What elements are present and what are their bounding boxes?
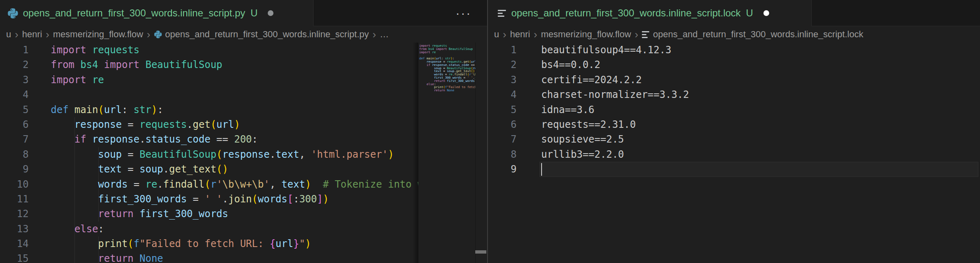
line-number: 4 [0, 87, 29, 102]
breadcrumb-separator-icon: › [503, 29, 506, 40]
breadcrumb-separator-icon: › [373, 29, 376, 40]
minimap[interactable]: import requestsfrom bs4 import Beautiful… [418, 43, 475, 263]
horizontal-scrollbar-thumb[interactable] [475, 250, 486, 254]
breadcrumb-item[interactable]: opens_and_return_first_300_words.inline_… [642, 29, 863, 40]
code-editor-lock[interactable]: 123456789 beautifulsoup4==4.12.3bs4==0.0… [488, 43, 980, 263]
line-number: 2 [0, 57, 29, 72]
line-number: 12 [0, 206, 29, 221]
more-actions-icon[interactable]: ··· [456, 7, 472, 19]
code-line[interactable]: requests==2.31.0 [541, 117, 980, 132]
minimap-shadow [413, 43, 418, 263]
line-number-gutter: 123456789 [488, 43, 525, 263]
breadcrumb-item[interactable]: u [494, 29, 499, 40]
git-status-badge: U [251, 7, 257, 19]
editor-groups: opens_and_return_first_300_words.inline_… [0, 0, 980, 263]
text-lines-icon [642, 30, 650, 39]
line-number: 5 [0, 102, 29, 117]
lock-file-icon [498, 9, 507, 18]
code-line[interactable]: beautifulsoup4==4.12.3 [541, 43, 980, 57]
line-number: 7 [0, 132, 29, 147]
breadcrumb-separator-icon: › [147, 29, 151, 40]
editor-group-right: opens_and_return_first_300_words.inline_… [488, 0, 980, 263]
line-number: 9 [0, 162, 29, 177]
code-line[interactable]: urllib3==2.2.0 [541, 147, 980, 162]
breadcrumb: u›henri›mesmerizing_flow.flow›opens_and_… [488, 26, 980, 43]
line-number: 8 [488, 147, 517, 162]
line-number: 15 [0, 251, 29, 263]
tab-bar-right: opens_and_return_first_300_words.inline_… [488, 0, 980, 26]
code-line[interactable]: idna==3.6 [541, 102, 980, 117]
git-status-badge: U [746, 7, 753, 19]
line-number: 11 [0, 192, 29, 206]
tab-bar-empty-space [812, 0, 980, 26]
text-cursor [541, 163, 542, 176]
breadcrumb-separator-icon: › [15, 29, 18, 40]
breadcrumb-item[interactable]: … [380, 29, 389, 40]
python-icon [7, 8, 18, 19]
text-lines-icon [498, 9, 507, 18]
breadcrumb-item-label: u [494, 29, 499, 40]
breadcrumb-item-label: opens_and_return_first_300_words.inline_… [653, 29, 863, 40]
breadcrumb-item-label: opens_and_return_first_300_words.inline_… [165, 29, 369, 40]
scrollbar-track[interactable] [475, 43, 487, 263]
breadcrumb-item-label: mesmerizing_flow.flow [541, 29, 631, 40]
line-number: 7 [488, 132, 517, 147]
breadcrumb-item-label: u [6, 29, 11, 40]
line-number: 3 [0, 73, 29, 87]
code-area: beautifulsoup4==4.12.3bs4==0.0.2certifi=… [525, 43, 980, 263]
breadcrumb-item[interactable]: mesmerizing_flow.flow [53, 29, 143, 40]
code-editor-python[interactable]: 123456789101112131415 import requestsfro… [0, 43, 487, 263]
code-line[interactable]: bs4==0.0.2 [541, 57, 980, 72]
line-number: 9 [488, 162, 517, 177]
breadcrumb-item[interactable]: mesmerizing_flow.flow [541, 29, 631, 40]
breadcrumb-separator-icon: › [635, 29, 639, 40]
line-number: 13 [0, 222, 29, 236]
python-icon [154, 30, 162, 39]
breadcrumb-separator-icon: › [534, 29, 537, 40]
unsaved-changes-dot[interactable] [268, 10, 273, 16]
line-number: 1 [488, 43, 517, 57]
breadcrumb-item-label: mesmerizing_flow.flow [53, 29, 143, 40]
breadcrumb: u›henri›mesmerizing_flow.flow›opens_and_… [0, 26, 487, 43]
code-line[interactable]: certifi==2024.2.2 [541, 73, 980, 87]
line-number: 2 [488, 57, 517, 72]
breadcrumb-item[interactable]: henri [22, 29, 42, 40]
tab-python-file[interactable]: opens_and_return_first_300_words.inline_… [0, 0, 314, 26]
line-number: 4 [488, 87, 517, 102]
line-number: 5 [488, 102, 517, 117]
breadcrumb-item[interactable]: henri [510, 29, 530, 40]
breadcrumb-item[interactable]: u [6, 29, 11, 40]
tab-bar-left: opens_and_return_first_300_words.inline_… [0, 0, 487, 26]
tab-lock-file[interactable]: opens_and_return_first_300_words.inline_… [488, 0, 812, 26]
tab-label: opens_and_return_first_300_words.inline_… [511, 7, 741, 19]
breadcrumb-separator-icon: › [46, 29, 50, 40]
breadcrumb-item-label: henri [22, 29, 42, 40]
line-number: 10 [0, 177, 29, 192]
breadcrumb-item-label: henri [510, 29, 530, 40]
editor-group-left: opens_and_return_first_300_words.inline_… [0, 0, 487, 263]
python-file-icon [7, 8, 18, 19]
breadcrumb-item[interactable]: opens_and_return_first_300_words.inline_… [154, 29, 369, 40]
line-number: 14 [0, 236, 29, 251]
line-number: 6 [0, 117, 29, 132]
unsaved-changes-dot[interactable] [763, 10, 769, 16]
breadcrumb-item-label: … [380, 29, 389, 40]
code-line[interactable]: soupsieve==2.5 [541, 132, 980, 147]
line-number: 1 [0, 43, 29, 57]
line-number: 3 [488, 73, 517, 87]
code-line[interactable]: charset-normalizer==3.3.2 [541, 87, 980, 102]
line-number: 6 [488, 117, 517, 132]
line-number: 8 [0, 147, 29, 162]
tab-bar-empty-space: ··· [314, 0, 487, 26]
line-number-gutter: 123456789101112131415 [0, 43, 37, 263]
code-line[interactable] [541, 162, 980, 177]
tab-label: opens_and_return_first_300_words.inline_… [23, 7, 245, 19]
